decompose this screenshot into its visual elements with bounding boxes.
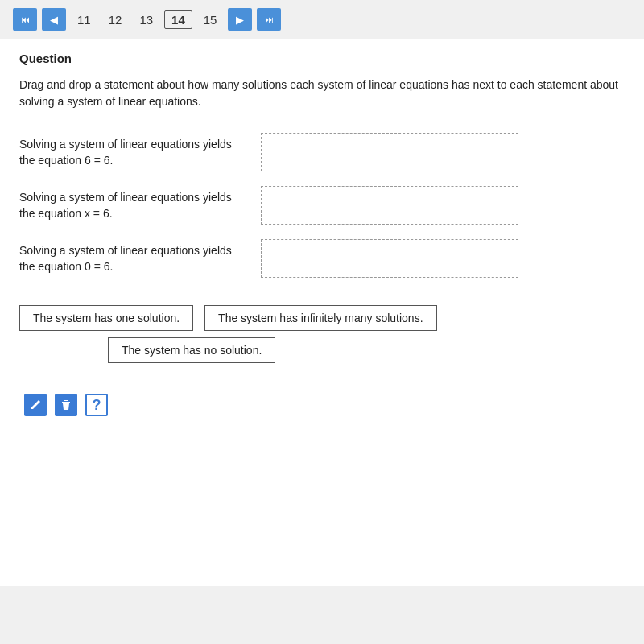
answer-tile-infinite-solutions[interactable]: The system has infinitely many solutions… — [204, 305, 436, 331]
statement-2: Solving a system of linear equations yie… — [19, 189, 237, 222]
navigation-bar: ⏮ ◀ 11 12 13 14 15 ▶ ⏭ — [0, 0, 644, 39]
answer-area: The system has one solution. The system … — [19, 305, 625, 363]
statement-1: Solving a system of linear equations yie… — [19, 136, 237, 169]
help-icon: ? — [85, 394, 108, 416]
pencil-button[interactable] — [23, 392, 48, 418]
match-row-3: Solving a system of linear equations yie… — [19, 239, 625, 278]
drop-zone-3[interactable] — [261, 239, 518, 278]
page-13[interactable]: 13 — [133, 11, 159, 28]
match-row-2: Solving a system of linear equations yie… — [19, 186, 625, 225]
match-section: Solving a system of linear equations yie… — [19, 133, 625, 278]
toolbar: ? — [19, 392, 625, 418]
answer-tile-one-solution[interactable]: The system has one solution. — [19, 305, 193, 331]
match-row-1: Solving a system of linear equations yie… — [19, 133, 625, 171]
answer-row-1: The system has one solution. The system … — [19, 305, 625, 331]
next-page-button[interactable]: ▶ — [228, 8, 252, 31]
answer-tile-no-solution[interactable]: The system has no solution. — [108, 337, 275, 363]
main-content: Question Drag and drop a statement about… — [0, 39, 644, 586]
instructions-text: Drag and drop a statement about how many… — [19, 76, 625, 110]
prev-page-button[interactable]: ◀ — [42, 8, 66, 31]
drop-zone-1[interactable] — [261, 133, 518, 171]
trash-icon — [55, 394, 77, 416]
drop-zone-2[interactable] — [261, 186, 518, 225]
trash-button[interactable] — [53, 392, 79, 418]
pencil-icon — [24, 394, 47, 416]
first-page-button[interactable]: ⏮ — [13, 8, 37, 31]
last-page-button[interactable]: ⏭ — [257, 8, 281, 31]
answer-row-2: The system has no solution. — [19, 337, 625, 363]
page-12[interactable]: 12 — [102, 11, 129, 28]
page-11[interactable]: 11 — [71, 11, 97, 28]
help-button[interactable]: ? — [84, 392, 109, 418]
page-15[interactable]: 15 — [197, 11, 224, 28]
page-14-active[interactable]: 14 — [164, 10, 192, 29]
question-label: Question — [19, 52, 625, 65]
statement-3: Solving a system of linear equations yie… — [19, 242, 237, 275]
